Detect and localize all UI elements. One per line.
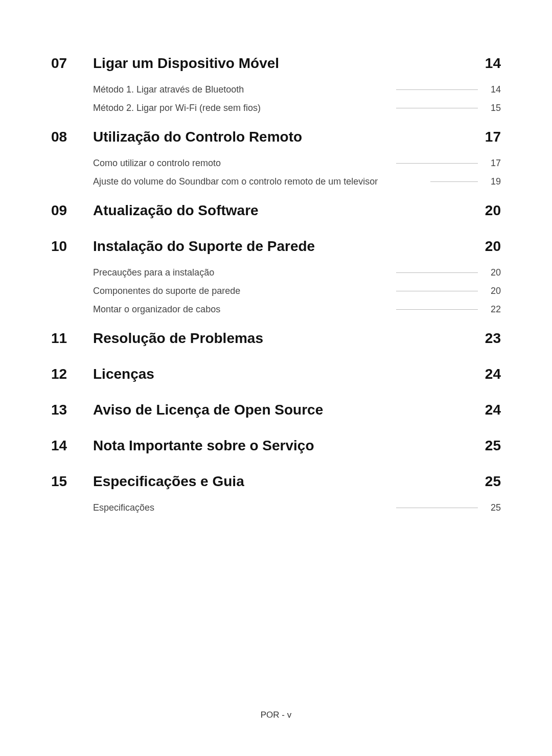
toc-section-page: 25	[470, 438, 501, 454]
toc-section-number: 11	[51, 330, 93, 347]
toc-section-title: Especificações e Guia	[93, 473, 470, 490]
toc-section-title: Resolução de Problemas	[93, 330, 470, 347]
toc-subitems: Método 1. Ligar através de Bluetooth14Mé…	[93, 84, 501, 113]
toc-section-row[interactable]: 15Especificações e Guia25	[51, 473, 501, 490]
toc-subitem-page: 15	[483, 103, 501, 113]
toc-section-row[interactable]: 09Atualização do Software20	[51, 202, 501, 219]
toc-subitem-label: Método 2. Ligar por Wi-Fi (rede sem fios…	[93, 103, 266, 113]
toc-section-page: 14	[470, 55, 501, 72]
toc-section-row[interactable]: 08Utilização do Controlo Remoto17	[51, 129, 501, 145]
toc-section-number: 14	[51, 438, 93, 454]
toc-section: 14Nota Importante sobre o Serviço25	[51, 438, 501, 454]
toc-subitem-label: Ajuste do volume do Soundbar com o contr…	[93, 176, 383, 187]
toc-subitem-page: 20	[483, 286, 501, 296]
toc-section: 07Ligar um Dispositivo Móvel14Método 1. …	[51, 55, 501, 113]
toc-section-page: 24	[470, 366, 501, 382]
toc-section-number: 15	[51, 473, 93, 490]
toc-section: 13Aviso de Licença de Open Source24	[51, 402, 501, 418]
toc-section-row[interactable]: 14Nota Importante sobre o Serviço25	[51, 438, 501, 454]
toc-section-page: 20	[470, 238, 501, 255]
toc-subitem-label: Componentes do suporte de parede	[93, 286, 245, 296]
toc-section-row[interactable]: 12Licenças24	[51, 366, 501, 382]
toc-section: 10Instalação do Suporte de Parede20Preca…	[51, 238, 501, 315]
toc-section-title: Atualização do Software	[93, 202, 470, 219]
page-footer: POR - v	[0, 710, 552, 720]
toc-section-row[interactable]: 11Resolução de Problemas23	[51, 330, 501, 347]
toc-section-number: 10	[51, 238, 93, 255]
toc-section-row[interactable]: 13Aviso de Licença de Open Source24	[51, 402, 501, 418]
toc-section-page: 17	[470, 129, 501, 145]
toc-subitem-row[interactable]: Ajuste do volume do Soundbar com o contr…	[93, 176, 501, 187]
toc-section-title: Licenças	[93, 366, 470, 382]
toc-section-number: 07	[51, 55, 93, 72]
toc-section-title: Instalação do Suporte de Parede	[93, 238, 470, 255]
toc-section-title: Nota Importante sobre o Serviço	[93, 438, 470, 454]
toc-subitem-label: Precauções para a instalação	[93, 267, 219, 278]
toc-leader-line	[396, 508, 478, 508]
toc-section: 15Especificações e Guia25Especificações2…	[51, 473, 501, 513]
toc-subitem-label: Especificações	[93, 502, 159, 513]
toc-subitem-page: 20	[483, 267, 501, 278]
toc-subitem-row[interactable]: Método 1. Ligar através de Bluetooth14	[93, 84, 501, 95]
toc-section: 11Resolução de Problemas23	[51, 330, 501, 347]
toc-subitem-row[interactable]: Como utilizar o controlo remoto17	[93, 158, 501, 169]
toc-subitem-label: Método 1. Ligar através de Bluetooth	[93, 84, 249, 95]
toc-leader-line	[396, 163, 478, 164]
toc-section-page: 23	[470, 330, 501, 347]
toc-content: 07Ligar um Dispositivo Móvel14Método 1. …	[0, 0, 552, 513]
toc-subitem-page: 17	[483, 158, 501, 169]
toc-leader-line	[430, 181, 478, 182]
toc-subitem-label: Montar o organizador de cabos	[93, 304, 225, 315]
toc-section: 12Licenças24	[51, 366, 501, 382]
toc-section-number: 08	[51, 129, 93, 145]
toc-subitem-row[interactable]: Montar o organizador de cabos22	[93, 304, 501, 315]
toc-leader-line	[396, 108, 478, 108]
toc-subitem-row[interactable]: Especificações25	[93, 502, 501, 513]
toc-section-title: Utilização do Controlo Remoto	[93, 129, 470, 145]
toc-subitems: Especificações25	[93, 502, 501, 513]
toc-section-number: 13	[51, 402, 93, 418]
toc-subitem-page: 25	[483, 502, 501, 513]
toc-section-number: 09	[51, 202, 93, 219]
toc-subitems: Como utilizar o controlo remoto17Ajuste …	[93, 158, 501, 187]
toc-section-title: Aviso de Licença de Open Source	[93, 402, 470, 418]
toc-section-row[interactable]: 07Ligar um Dispositivo Móvel14	[51, 55, 501, 72]
toc-section: 08Utilização do Controlo Remoto17Como ut…	[51, 129, 501, 187]
toc-subitem-row[interactable]: Método 2. Ligar por Wi-Fi (rede sem fios…	[93, 103, 501, 113]
toc-subitem-label: Como utilizar o controlo remoto	[93, 158, 226, 169]
toc-section-row[interactable]: 10Instalação do Suporte de Parede20	[51, 238, 501, 255]
toc-section-page: 25	[470, 473, 501, 490]
toc-section-page: 20	[470, 202, 501, 219]
toc-leader-line	[396, 291, 478, 291]
toc-subitem-page: 22	[483, 304, 501, 315]
toc-subitem-row[interactable]: Componentes do suporte de parede20	[93, 286, 501, 296]
toc-section-number: 12	[51, 366, 93, 382]
toc-subitems: Precauções para a instalação20Componente…	[93, 267, 501, 315]
toc-section-title: Ligar um Dispositivo Móvel	[93, 55, 470, 72]
toc-section-page: 24	[470, 402, 501, 418]
toc-subitem-row[interactable]: Precauções para a instalação20	[93, 267, 501, 278]
toc-section: 09Atualização do Software20	[51, 202, 501, 219]
toc-subitem-page: 14	[483, 84, 501, 95]
toc-leader-line	[396, 309, 478, 310]
toc-subitem-page: 19	[483, 176, 501, 187]
toc-leader-line	[396, 272, 478, 273]
toc-leader-line	[396, 89, 478, 90]
